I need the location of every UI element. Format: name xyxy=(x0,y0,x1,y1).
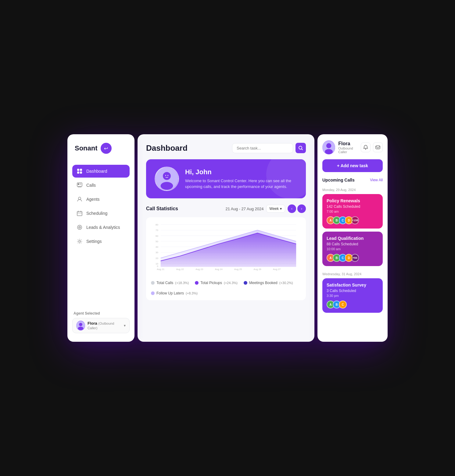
sidebar-item-leads[interactable]: Leads & Analytics xyxy=(72,221,130,234)
search-button[interactable] xyxy=(296,143,306,153)
svg-text:Aug 22: Aug 22 xyxy=(176,268,184,271)
main-panel: Dashboard xyxy=(138,134,314,342)
add-task-label: + Add new task xyxy=(337,163,368,168)
avatar-group-lead: A B C D +84 xyxy=(327,254,378,262)
legend-dot-total-calls xyxy=(151,281,155,285)
chart-area: 80 70 60 50 40 30 20 10 0 xyxy=(151,222,301,277)
date-range-text: 21 Aug - 27 Aug 2024 xyxy=(225,207,263,211)
svg-point-19 xyxy=(79,323,82,326)
sidebar-item-calls[interactable]: Calls xyxy=(72,179,130,192)
card-count-policy: 142 Calls Scheduled xyxy=(327,204,378,209)
agent-info: Flora (Outbound Caller) xyxy=(88,321,121,330)
profile-info: Flora Outbound Caller xyxy=(322,140,361,154)
call-card-survey[interactable]: Satisfaction Survey 3 Calls Scheduled 3:… xyxy=(322,278,383,313)
svg-text:Aug 23: Aug 23 xyxy=(195,268,203,271)
logo-area: Sonant ↩ xyxy=(72,143,130,154)
legend-dot-meetings xyxy=(244,281,247,285)
legend-total-pickups: Total Pickups (+24.3%) xyxy=(195,281,238,285)
svg-text:50: 50 xyxy=(156,240,158,243)
legend-total-calls: Total Calls (+18.3%) xyxy=(151,281,189,285)
app-container: Sonant ↩ Dashboard xyxy=(67,134,388,342)
prev-arrow-button[interactable]: ‹ xyxy=(288,204,296,213)
nav-label-scheduling: Scheduling xyxy=(86,211,107,216)
svg-point-27 xyxy=(167,175,168,176)
call-card-policy[interactable]: Policy Renewals 142 Calls Scheduled 7:00… xyxy=(322,194,383,229)
logo-icon: ↩ xyxy=(101,143,112,154)
legend-follow-up: Follow Up Laters (+8.3%) xyxy=(151,291,198,295)
svg-rect-56 xyxy=(376,146,380,149)
next-arrow-button[interactable]: › xyxy=(297,204,306,213)
mail-button[interactable] xyxy=(373,142,383,152)
settings-icon xyxy=(77,238,83,244)
upcoming-title: Upcoming Calls xyxy=(322,178,355,182)
nav-arrows: ‹ › xyxy=(288,204,306,213)
avatar-survey-3: C xyxy=(339,301,347,308)
search-bar xyxy=(232,143,293,153)
svg-text:0: 0 xyxy=(157,265,158,268)
svg-point-9 xyxy=(78,197,81,200)
date-separator-1: Monday, 29 Aug, 2024 xyxy=(322,188,383,192)
date-range-controls: 21 Aug - 27 Aug 2024 Week ▾ ‹ › xyxy=(225,204,306,213)
welcome-message: Welcome to Sonant Control Center. Here y… xyxy=(185,178,297,190)
chart-container: 80 70 60 50 40 30 20 10 0 xyxy=(146,217,306,300)
legend-change-total-pickups: (+24.3%) xyxy=(224,281,238,285)
legend-label-total-calls: Total Calls xyxy=(156,281,173,285)
date-separator-2: Wednesday, 31 Aug, 2024 xyxy=(322,272,383,276)
page-title: Dashboard xyxy=(146,143,188,153)
legend-dot-total-pickups xyxy=(195,281,199,285)
app-name: Sonant xyxy=(75,144,98,152)
scheduling-icon xyxy=(77,210,83,216)
stats-header: Call Statistics 21 Aug - 27 Aug 2024 Wee… xyxy=(146,204,306,213)
legend-label-follow-up: Follow Up Laters xyxy=(156,291,184,295)
sidebar-item-agents[interactable]: Agents xyxy=(72,193,130,206)
legend-change-follow-up: (+8.3%) xyxy=(186,291,198,295)
card-time-survey: 3:30 pm xyxy=(327,294,378,298)
avatar-extra-lead: +84 xyxy=(351,254,359,262)
svg-rect-5 xyxy=(78,183,79,185)
welcome-banner: Hi, John Welcome to Sonant Control Cente… xyxy=(146,159,306,198)
sidebar-item-settings[interactable]: Settings xyxy=(72,235,130,248)
calls-icon xyxy=(77,182,83,188)
agent-section: Agent Selected Flora (Outbound Caller) ▾ xyxy=(72,305,130,333)
svg-text:70: 70 xyxy=(156,229,158,232)
nav-label-calls: Calls xyxy=(86,183,96,188)
legend-change-total-calls: (+18.3%) xyxy=(175,281,189,285)
profile-avatar xyxy=(322,140,335,154)
sidebar-item-scheduling[interactable]: Scheduling xyxy=(72,207,130,220)
header-icons xyxy=(361,142,383,152)
card-time-policy: 7:00 am xyxy=(327,210,378,213)
profile-role: Outbound Caller xyxy=(338,146,361,154)
nav-list: Dashboard Calls xyxy=(72,165,130,305)
agent-section-label: Agent Selected xyxy=(72,311,130,316)
leads-icon xyxy=(77,224,83,230)
welcome-greeting: Hi, John xyxy=(185,168,297,176)
svg-point-26 xyxy=(165,175,166,176)
call-stats-section: Call Statistics 21 Aug - 27 Aug 2024 Wee… xyxy=(146,204,306,300)
svg-line-22 xyxy=(302,149,303,150)
add-task-button[interactable]: + Add new task xyxy=(322,159,383,172)
agent-name: Flora (Outbound Caller) xyxy=(88,321,121,330)
legend-change-meetings: (+30.2%) xyxy=(279,281,293,285)
legend-meetings-booked: Meetings Booked (+30.2%) xyxy=(244,281,293,285)
svg-text:Aug 21: Aug 21 xyxy=(157,268,165,271)
svg-rect-2 xyxy=(77,171,79,174)
legend-label-total-pickups: Total Pickups xyxy=(200,281,222,285)
profile-text: Flora Outbound Caller xyxy=(338,141,361,154)
sidebar-item-dashboard[interactable]: Dashboard xyxy=(72,165,130,178)
svg-point-16 xyxy=(79,227,80,228)
notification-button[interactable] xyxy=(361,142,371,152)
svg-text:60: 60 xyxy=(156,235,158,237)
call-card-lead[interactable]: Lead Qualification 88 Calls Scheduled 10… xyxy=(322,232,383,266)
svg-point-20 xyxy=(78,327,83,330)
dropdown-icon: ▾ xyxy=(280,207,282,211)
chart-svg: 80 70 60 50 40 30 20 10 0 xyxy=(151,222,301,271)
upcoming-header: Upcoming Calls View All xyxy=(322,178,383,182)
search-input[interactable] xyxy=(237,146,288,150)
view-all-link[interactable]: View All xyxy=(370,178,383,182)
week-selector[interactable]: Week ▾ xyxy=(266,205,285,213)
nav-label-settings: Settings xyxy=(86,239,102,244)
legend-label-meetings: Meetings Booked xyxy=(249,281,278,285)
card-title-survey: Satisfaction Survey xyxy=(327,283,378,287)
agent-selector[interactable]: Flora (Outbound Caller) ▾ xyxy=(72,318,130,333)
nav-label-agents: Agents xyxy=(86,197,100,202)
